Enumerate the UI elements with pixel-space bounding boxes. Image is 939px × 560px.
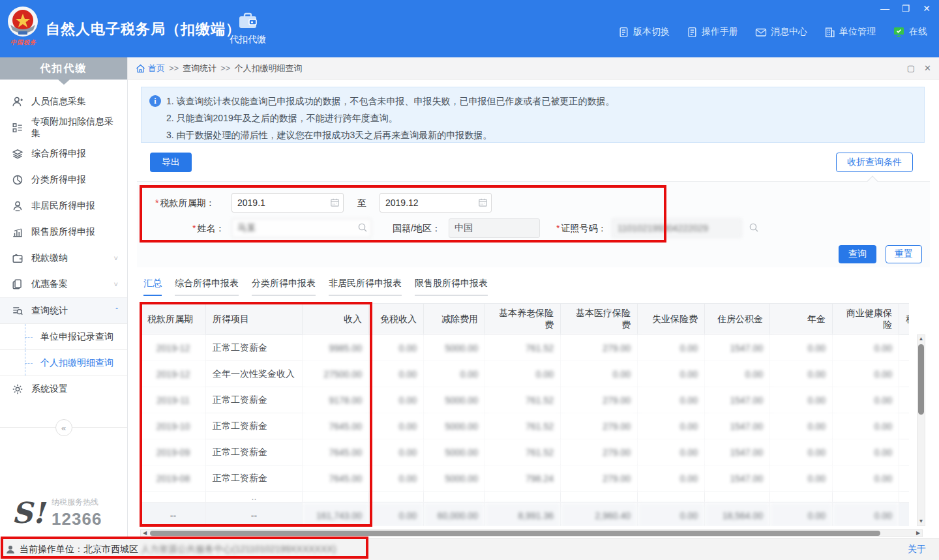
table-cell — [770, 492, 833, 503]
name-input[interactable] — [231, 218, 372, 238]
table-cell — [899, 413, 910, 439]
table-cell — [899, 335, 910, 361]
table-cell: 279.00 — [561, 387, 638, 413]
scroll-up-icon[interactable]: ▲ — [917, 335, 925, 343]
sidebar-subitem-personal-withholding-detail[interactable]: 个人扣缴明细查询 — [0, 349, 127, 376]
table-cell — [899, 439, 910, 465]
menu-message-center[interactable]: 消息中心 — [755, 26, 807, 38]
scroll-right-icon[interactable]: ▶ — [914, 530, 922, 537]
table-cell — [141, 492, 206, 503]
search-icon[interactable] — [357, 222, 368, 233]
panel-close-button[interactable]: ✕ — [924, 63, 931, 73]
briefcase-icon — [227, 12, 269, 31]
notice-box: i 1. 该查询统计表仅能查询已申报成功的数据，不包含未申报、申报失败，已申报但… — [141, 87, 925, 143]
column-header: 税 — [899, 304, 910, 335]
breadcrumb-level1[interactable]: 查询统计 — [183, 63, 216, 74]
table-cell: 60,000.00 — [424, 503, 485, 527]
tab-classified[interactable]: 分类所得申报表 — [252, 278, 316, 296]
nav-module-daikou[interactable]: 代扣代缴 — [227, 12, 269, 46]
table-cell: 2019-10 — [141, 413, 206, 439]
table-cell: 5000.00 — [424, 465, 485, 492]
table-cell: 2,960.40 — [561, 503, 638, 527]
sidebar-item-tax-payment[interactable]: 税款缴纳 ˅ — [0, 245, 127, 271]
tab-nonresident[interactable]: 非居民所得申报表 — [329, 278, 402, 296]
table-cell: 7645.00 — [303, 439, 369, 465]
main-content: 首页 >> 查询统计 >> 个人扣缴明细查询 ▢ ✕ i 1. 该查询统计表仅能… — [128, 57, 939, 538]
query-button[interactable]: 查询 — [839, 245, 876, 263]
table-row: 2019-12正常工资薪金9985.000.005000.00761.52279… — [141, 335, 910, 361]
reset-button[interactable]: 重置 — [886, 245, 922, 263]
table-cell — [303, 492, 369, 503]
table-cell — [369, 492, 424, 503]
period-from-input[interactable] — [231, 193, 344, 213]
period-to-input[interactable] — [380, 193, 492, 213]
restore-button[interactable]: ❐ — [900, 3, 912, 14]
tab-comprehensive[interactable]: 综合所得申报表 — [175, 278, 239, 296]
sidebar-item-label: 优惠备案 — [31, 278, 68, 290]
table-cell: 5000.00 — [424, 439, 485, 465]
menu-version-switch[interactable]: 版本切换 — [618, 26, 670, 38]
panel-maximize-button[interactable]: ▢ — [907, 63, 915, 73]
close-button[interactable]: ✕ — [921, 3, 932, 14]
table-cell: 0.00 — [369, 503, 424, 527]
vertical-scroll-thumb[interactable] — [918, 344, 924, 415]
mail-icon — [755, 27, 767, 38]
table-cell — [833, 492, 899, 503]
vertical-scrollbar[interactable]: ▲ ▼ — [917, 334, 925, 526]
sidebar-item-label: 人员信息采集 — [31, 96, 86, 108]
table-cell: 161,743.00 — [303, 503, 369, 527]
scroll-down-icon[interactable]: ▼ — [917, 518, 925, 525]
sidebar-item-personnel-info[interactable]: 人员信息采集 — [0, 89, 127, 115]
table-cell: 全年一次性奖金收入 — [206, 361, 303, 387]
about-link[interactable]: 关于 — [908, 544, 926, 555]
column-header: 所得项目 — [206, 304, 303, 335]
calendar-icon[interactable] — [330, 198, 340, 208]
table-cell — [899, 492, 910, 503]
chevron-down-icon: ˅ — [114, 280, 118, 288]
sidebar-collapse-button[interactable]: « — [55, 419, 72, 436]
sidebar-item-special-deduction[interactable]: 专项附加扣除信息采集 — [0, 115, 127, 141]
menu-manual[interactable]: 操作手册 — [687, 26, 738, 38]
sidebar-item-classified-income[interactable]: 分类所得申报 — [0, 167, 127, 193]
header-menu: 版本切换 操作手册 消息中心 单位管理 — [618, 26, 927, 38]
horizontal-scrollbar[interactable]: ◀ ▶ — [140, 529, 923, 537]
menu-unit-management[interactable]: 单位管理 — [824, 26, 876, 38]
menu-online-status[interactable]: 在线 — [893, 26, 927, 38]
sidebar-item-label: 税款缴纳 — [31, 252, 68, 264]
sidebar-subitem-label: 个人扣缴明细查询 — [40, 357, 113, 369]
sidebar-item-comprehensive-income[interactable]: 综合所得申报 — [0, 141, 127, 167]
column-header: 年金 — [770, 304, 833, 335]
scroll-left-icon[interactable]: ◀ — [141, 530, 149, 537]
id-number-input[interactable] — [612, 218, 742, 238]
minimize-button[interactable]: — — [879, 3, 891, 14]
sidebar-item-query-statistics[interactable]: 查询统计 ˆ — [0, 297, 127, 323]
table-cell: 5000.00 — [424, 335, 485, 361]
notice-text: 3. 由于数据处理的滞后性，建议您在申报成功3天之后再来查询最新的申报数据。 — [166, 126, 492, 143]
table-row: 2019-09正常工资薪金7645.000.005000.00761.52279… — [141, 439, 910, 465]
sidebar-item-nonresident-income[interactable]: 非居民所得申报 — [0, 193, 127, 219]
current-unit-blurred: 人力资源公共服务中心(12110102199XXXXXXX) — [141, 544, 336, 555]
table-cell: 1547.00 — [705, 387, 770, 413]
sidebar-item-preferential-filing[interactable]: 优惠备案 ˅ — [0, 271, 127, 297]
tab-summary[interactable]: 汇总 — [143, 278, 162, 296]
calendar-icon[interactable] — [478, 198, 488, 208]
sidebar-item-system-settings[interactable]: 系统设置 — [0, 376, 127, 402]
wallet-icon — [12, 252, 23, 264]
horizontal-scroll-thumb[interactable] — [150, 531, 880, 536]
hotline-label: 纳税服务热线 — [52, 497, 102, 508]
search-icon[interactable] — [749, 222, 759, 233]
table-cell — [899, 361, 910, 387]
table-cell: 2019-09 — [141, 439, 206, 465]
table-cell: 18,564.00 — [705, 503, 770, 527]
breadcrumb-home[interactable]: 首页 — [136, 63, 165, 74]
export-button[interactable]: 导出 — [150, 153, 192, 172]
sidebar-item-restricted-stock[interactable]: 限售股所得申报 — [0, 219, 127, 245]
table-header-row: 税款所属期所得项目收入免税收入减除费用基本养老保险费基本医疗保险费失业保险费住房… — [141, 304, 910, 335]
collapse-query-button[interactable]: 收折查询条件 — [836, 153, 913, 172]
sidebar-subitem-unit-declare-records[interactable]: 单位申报记录查询 — [0, 323, 127, 349]
tab-restricted-stock[interactable]: 限售股所得申报表 — [415, 278, 488, 296]
table-cell: 正常工资薪金 — [206, 465, 303, 492]
window-controls: — ❐ ✕ — [879, 3, 932, 14]
table-cell: 761.52 — [485, 335, 561, 361]
table-cell: 7645.00 — [303, 413, 369, 439]
